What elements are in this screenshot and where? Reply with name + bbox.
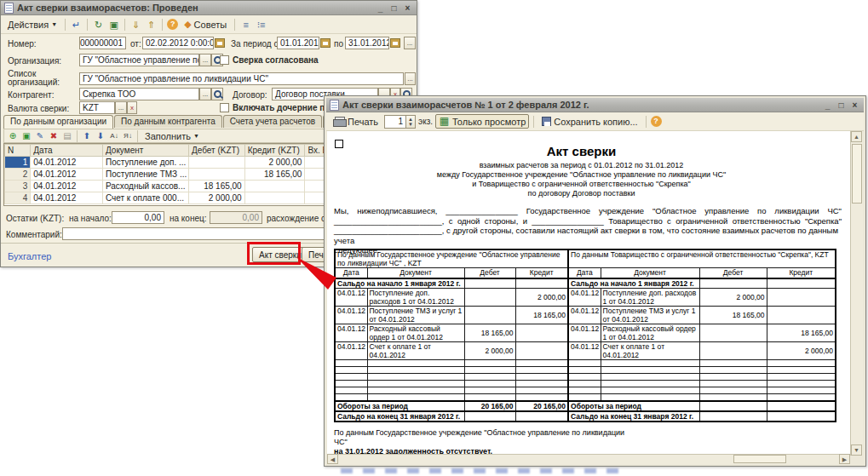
help-icon[interactable]: ? — [167, 19, 178, 30]
grid-column-header[interactable]: Кредит (KZT) — [244, 145, 305, 157]
row-number-cell[interactable]: 2 — [5, 169, 31, 181]
grid-column-header[interactable]: Дебет (KZT) — [189, 145, 245, 157]
spinner-arrows-icon[interactable]: ▲▼ — [406, 115, 416, 129]
orglist-more-button[interactable]: ... — [405, 72, 416, 85]
minimize-icon[interactable]: _ — [822, 100, 833, 110]
empty-cell — [515, 367, 568, 374]
date-field[interactable]: 02.02.2012 0:00:00 — [142, 37, 214, 49]
tab-1[interactable]: По данным организации — [3, 115, 113, 129]
row-number-cell[interactable]: 3 — [5, 181, 31, 192]
contractor-search-button[interactable] — [211, 88, 223, 100]
credit-cell[interactable]: 2 000,00 — [244, 157, 305, 169]
add-copy-icon[interactable]: ▣ — [20, 130, 32, 141]
refresh-icon[interactable]: ↻ — [92, 19, 105, 31]
copy-icon[interactable]: ▣ — [107, 19, 120, 31]
debit-cell[interactable]: 2 000,00 — [189, 192, 245, 204]
document-cell[interactable]: Поступление доп. ... — [102, 157, 188, 169]
begin-balance-field[interactable]: 0,00 — [112, 211, 164, 224]
sort-asc-icon[interactable]: А↓ — [108, 130, 120, 141]
delete-row-icon[interactable]: ✖ — [48, 130, 60, 141]
grid-column-header[interactable]: Документ — [102, 145, 188, 157]
period-more-button[interactable]: ... — [404, 37, 416, 49]
calendar-icon[interactable] — [320, 38, 331, 48]
empty-cell — [464, 387, 515, 394]
period-from-field[interactable]: 01.01.2012 — [277, 37, 319, 49]
close-icon[interactable]: × — [849, 100, 860, 110]
grid-column-header[interactable]: Дата — [31, 145, 103, 157]
calendar-icon[interactable] — [390, 38, 400, 48]
document-cell[interactable]: Счет к оплате 000... — [102, 192, 188, 204]
tab-2[interactable]: По данным контрагента — [114, 115, 222, 128]
contractor-field[interactable]: Скрепка ТОО — [79, 88, 199, 100]
help-icon[interactable]: ? — [651, 116, 662, 127]
empty-cell — [601, 394, 699, 401]
move-up-icon[interactable]: ⬆ — [81, 130, 93, 141]
debit-cell[interactable] — [189, 157, 245, 169]
row-number-cell[interactable]: 4 — [5, 192, 31, 204]
orglist-field[interactable]: ГУ "Областное управление по ликвидации Ч… — [79, 72, 404, 85]
number-field[interactable]: 00000000001 — [79, 37, 126, 49]
scroll-down-icon[interactable]: ▼ — [851, 444, 862, 456]
unload-icon[interactable]: ⇑ — [145, 19, 158, 31]
date-cell[interactable]: 04.01.2012 — [31, 192, 103, 204]
grid-column-header[interactable]: N — [5, 145, 31, 157]
vertical-scrollbar[interactable]: ▲ ▼ — [850, 131, 863, 456]
currency-select-button[interactable]: ... — [115, 101, 127, 114]
approved-checkbox[interactable] — [220, 55, 229, 65]
maximize-icon[interactable]: □ — [836, 100, 847, 110]
horizontal-scrollbar[interactable]: ◀ ▶ — [327, 454, 850, 464]
responsible-link[interactable]: Бухгалтер — [8, 251, 51, 261]
w1-titlebar[interactable]: Акт сверки взаиморасчетов: Проведен _ □ … — [1, 1, 417, 15]
add-row-icon[interactable]: ⊕ — [7, 130, 19, 141]
settings-list-icon[interactable]: ⁝≡ — [255, 19, 267, 31]
actions-menu-button[interactable]: Действия ▼ — [4, 18, 60, 32]
print-button[interactable]: Печать — [330, 115, 382, 129]
period-to-field[interactable]: 31.01.2012 — [345, 37, 389, 49]
debit-cell[interactable]: 18 165,00 — [189, 181, 245, 192]
credit-cell[interactable]: 18 165,00 — [244, 169, 305, 181]
currency-field[interactable]: KZT — [79, 101, 115, 114]
move-down-icon[interactable]: ⬇ — [95, 130, 106, 141]
tab-3[interactable]: Счета учета расчетов — [223, 115, 322, 128]
include-children-checkbox[interactable] — [220, 103, 229, 112]
tips-button[interactable]: ◆ Советы — [181, 17, 230, 32]
fill-menu-button[interactable]: Заполнить ▼ — [141, 129, 203, 143]
credit-cell[interactable] — [244, 181, 305, 192]
calendar-icon[interactable] — [215, 38, 225, 48]
copies-field[interactable]: 1 — [384, 115, 406, 129]
debit-cell[interactable] — [189, 169, 245, 181]
write-close-icon[interactable]: ↵ — [70, 19, 83, 31]
currency-clear-button[interactable]: x — [127, 101, 137, 114]
maximize-icon[interactable]: □ — [388, 3, 400, 13]
view-only-button[interactable]: ▦ Только просмотр — [435, 114, 529, 129]
toolbar-separator — [137, 130, 138, 142]
minimize-icon[interactable]: _ — [375, 3, 386, 13]
amount-cell — [699, 411, 767, 422]
copies-spinner[interactable]: 1 ▲▼ — [384, 115, 416, 129]
sort-desc-icon[interactable]: Я↓ — [122, 130, 134, 141]
document-cell[interactable]: Поступление ТМЗ ... — [102, 169, 188, 181]
scroll-left-icon[interactable]: ◀ — [327, 454, 338, 464]
date-cell[interactable]: 04.01.2012 — [31, 157, 103, 169]
close-icon[interactable]: × — [402, 3, 413, 13]
org-field[interactable]: ГУ "Областное управление по ликв — [79, 54, 199, 66]
w2-titlebar[interactable]: Акт сверки взаиморасчетов № 1 от 2 февра… — [326, 98, 864, 112]
org-select-button[interactable]: ... — [199, 54, 211, 66]
scroll-right-icon[interactable]: ▶ — [839, 454, 850, 464]
structure-icon[interactable]: ≡ — [239, 19, 252, 31]
edit-row-icon[interactable]: ✎ — [34, 130, 46, 141]
date-cell[interactable]: 04.01.2012 — [31, 181, 103, 192]
print-document-area[interactable]: Акт сверки взаимных расчетов за период с… — [327, 131, 851, 456]
debit-cell: 20 165,00 — [464, 401, 515, 411]
scroll-up-icon[interactable]: ▲ — [851, 131, 862, 142]
save-copy-label: Сохранить копию... — [554, 117, 637, 127]
contractor-select-button[interactable]: ... — [199, 88, 211, 100]
save-copy-button[interactable]: Сохранить копию... — [538, 115, 641, 129]
credit-cell[interactable] — [244, 192, 305, 204]
vertical-scroll-thumb[interactable] — [852, 144, 862, 204]
date-cell[interactable]: 04.01.2012 — [31, 169, 103, 181]
row-number-cell[interactable]: 1 — [5, 157, 31, 169]
horizontal-scroll-thumb[interactable] — [733, 455, 786, 463]
load-icon[interactable]: ⇓ — [129, 19, 142, 31]
document-cell[interactable]: Расходный кассов... — [102, 181, 188, 192]
